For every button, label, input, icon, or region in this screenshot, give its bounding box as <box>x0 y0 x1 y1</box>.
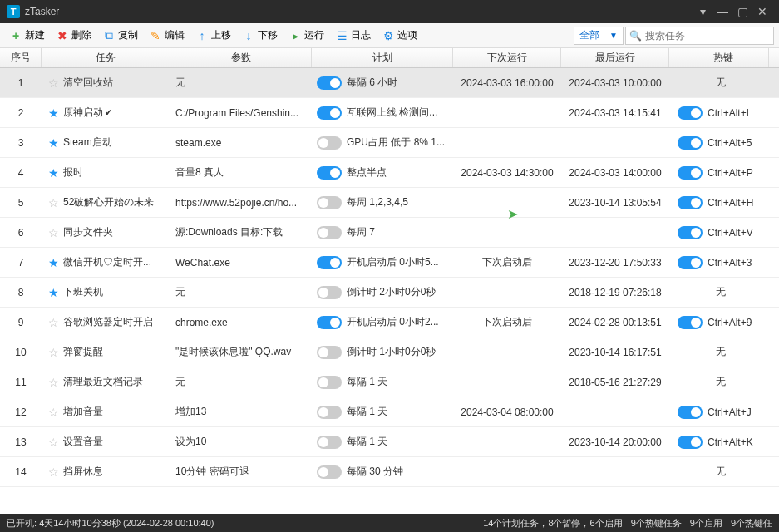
hotkey-toggle[interactable] <box>678 106 703 120</box>
star-icon[interactable]: ☆ <box>47 346 60 359</box>
dropdown-icon[interactable]: ▾ <box>693 3 712 20</box>
hotkey-toggle[interactable] <box>678 406 703 419</box>
schedule-toggle[interactable] <box>317 466 342 479</box>
schedule-toggle[interactable] <box>317 376 342 389</box>
cell-schedule: 互联网上线 检测间... <box>312 106 453 120</box>
cell-task: ☆清空回收站 <box>42 76 170 90</box>
cell-next: 2024-03-04 08:00:00 <box>453 406 561 418</box>
star-icon[interactable]: ☆ <box>47 466 60 479</box>
hotkey-text: Ctrl+Alt+K <box>708 436 753 448</box>
table-row[interactable]: 4★报时音量8 真人整点半点2024-03-03 14:30:002024-03… <box>0 158 779 188</box>
cell-hotkey: 无 <box>669 285 769 299</box>
col-task[interactable]: 任务 <box>42 48 170 67</box>
table-row[interactable]: 9☆谷歌浏览器定时开启chrome.exe开机启动后 0小时2...下次启动后2… <box>0 308 779 337</box>
col-param[interactable]: 参数 <box>170 48 312 67</box>
cell-next: 2024-03-03 16:00:00 <box>453 77 561 89</box>
hotkey-toggle[interactable] <box>678 256 703 269</box>
new-button[interactable]: +新建 <box>5 26 50 46</box>
table-row[interactable]: 14☆挡屏休息10分钟 密码可退每隔 30 分钟无 <box>0 457 779 487</box>
table-row[interactable]: 1☆清空回收站无每隔 6 小时2024-03-03 16:00:002024-0… <box>0 68 779 98</box>
maximize-button[interactable]: ▢ <box>732 3 752 20</box>
star-icon[interactable]: ☆ <box>47 76 60 90</box>
cell-schedule: 每周 7 <box>312 225 453 239</box>
delete-button[interactable]: ✖删除 <box>52 26 96 46</box>
table-row[interactable]: 12☆增加音量增加13每隔 1 天2024-03-04 08:00:00Ctrl… <box>0 397 779 427</box>
star-icon[interactable]: ☆ <box>47 406 60 419</box>
schedule-toggle[interactable] <box>317 106 342 120</box>
window-title: zTasker <box>25 6 693 17</box>
table-row[interactable]: 13☆设置音量设为10每隔 1 天2023-10-14 20:00:00Ctrl… <box>0 427 779 457</box>
table-row[interactable]: 2★原神启动✔C:/Program Files/Genshin...互联网上线 … <box>0 98 779 128</box>
table-row[interactable]: 10☆弹窗提醒"是时候该休息啦" QQ.wav倒计时 1小时0分0秒2023-1… <box>0 337 779 367</box>
schedule-toggle[interactable] <box>317 346 342 359</box>
table-row[interactable]: 11☆清理最近文档记录无每隔 1 天2018-05-16 21:27:29无 <box>0 367 779 397</box>
cell-task: ★原神启动✔ <box>42 106 170 120</box>
star-icon[interactable]: ★ <box>47 166 60 180</box>
cell-param: WeChat.exe <box>170 257 312 268</box>
cell-schedule: 开机启动后 0小时2... <box>312 315 453 329</box>
cell-param: 源:Downloads 目标:下载 <box>170 225 312 239</box>
task-name: 52破解心开始の未来 <box>63 195 154 209</box>
star-icon[interactable]: ☆ <box>47 316 60 329</box>
star-icon[interactable]: ☆ <box>47 226 60 239</box>
hotkey-toggle[interactable] <box>678 166 703 180</box>
search-box[interactable]: 🔍 <box>625 27 774 45</box>
schedule-toggle[interactable] <box>317 196 342 209</box>
table-row[interactable]: 3★Steam启动steam.exeGPU占用 低于 8% 1...Ctrl+A… <box>0 128 779 158</box>
movedown-button[interactable]: ↓下移 <box>238 26 283 46</box>
status-hotkey-tasks: 9个热键任务 <box>631 517 682 530</box>
cell-param: 无 <box>170 76 312 90</box>
copy-button[interactable]: ⧉复制 <box>98 26 143 46</box>
hotkey-toggle[interactable] <box>678 196 703 209</box>
star-icon[interactable]: ★ <box>47 106 60 120</box>
schedule-toggle[interactable] <box>317 406 342 419</box>
star-icon[interactable]: ☆ <box>47 376 60 389</box>
log-button[interactable]: ☰日志 <box>331 26 376 46</box>
schedule-toggle[interactable] <box>317 166 342 180</box>
run-button[interactable]: ▸运行 <box>284 26 329 46</box>
schedule-toggle[interactable] <box>317 316 342 329</box>
hotkey-toggle[interactable] <box>678 436 703 449</box>
cell-schedule: 每周 1,2,3,4,5 <box>312 195 453 209</box>
star-icon[interactable]: ☆ <box>47 436 60 449</box>
cell-task: ★Steam启动 <box>42 135 170 150</box>
col-last[interactable]: 最后运行 <box>561 48 669 67</box>
schedule-toggle[interactable] <box>317 256 342 269</box>
hotkey-toggle[interactable] <box>678 136 703 150</box>
table-row[interactable]: 6☆同步文件夹源:Downloads 目标:下载每周 7Ctrl+Alt+V <box>0 218 779 248</box>
cell-last: 2018-12-19 07:26:18 <box>561 287 669 298</box>
schedule-text: 每隔 1 天 <box>347 405 387 419</box>
star-icon[interactable]: ★ <box>47 286 60 299</box>
col-next[interactable]: 下次运行 <box>453 48 561 67</box>
table-row[interactable]: 5☆52破解心开始の未来https://www.52pojie.cn/ho...… <box>0 188 779 218</box>
titlebar: T zTasker ▾ — ▢ ✕ <box>0 0 779 23</box>
table-row[interactable]: 7★微信开机♡定时开...WeChat.exe开机启动后 0小时5...下次启动… <box>0 248 779 278</box>
close-button[interactable]: ✕ <box>752 3 772 20</box>
moveup-button[interactable]: ↑上移 <box>191 26 236 46</box>
schedule-toggle[interactable] <box>317 136 342 150</box>
cell-index: 5 <box>0 197 42 209</box>
hotkey-toggle[interactable] <box>678 226 703 239</box>
cell-hotkey: Ctrl+Alt+5 <box>669 136 769 150</box>
status-enabled: 9个启用 <box>690 517 722 530</box>
col-schedule[interactable]: 计划 <box>312 48 453 67</box>
minimize-button[interactable]: — <box>712 3 732 20</box>
star-icon[interactable]: ★ <box>47 136 60 150</box>
cell-index: 7 <box>0 257 42 268</box>
star-icon[interactable]: ★ <box>47 256 60 269</box>
cell-schedule: 倒计时 2小时0分0秒 <box>312 285 453 299</box>
table-row[interactable]: 8★下班关机无倒计时 2小时0分0秒2018-12-19 07:26:18无 <box>0 278 779 308</box>
col-index[interactable]: 序号 <box>0 48 42 67</box>
cell-param: 增加13 <box>170 405 312 419</box>
edit-button[interactable]: ✎编辑 <box>145 26 190 46</box>
schedule-toggle[interactable] <box>317 286 342 299</box>
schedule-toggle[interactable] <box>317 436 342 449</box>
schedule-toggle[interactable] <box>317 226 342 239</box>
schedule-toggle[interactable] <box>317 76 342 90</box>
col-hotkey[interactable]: 热键 <box>669 48 769 67</box>
star-icon[interactable]: ☆ <box>47 196 60 209</box>
options-button[interactable]: ⚙选项 <box>377 26 422 46</box>
search-input[interactable] <box>645 30 770 42</box>
hotkey-toggle[interactable] <box>678 316 703 329</box>
filter-dropdown[interactable]: 全部▼ <box>574 27 624 45</box>
